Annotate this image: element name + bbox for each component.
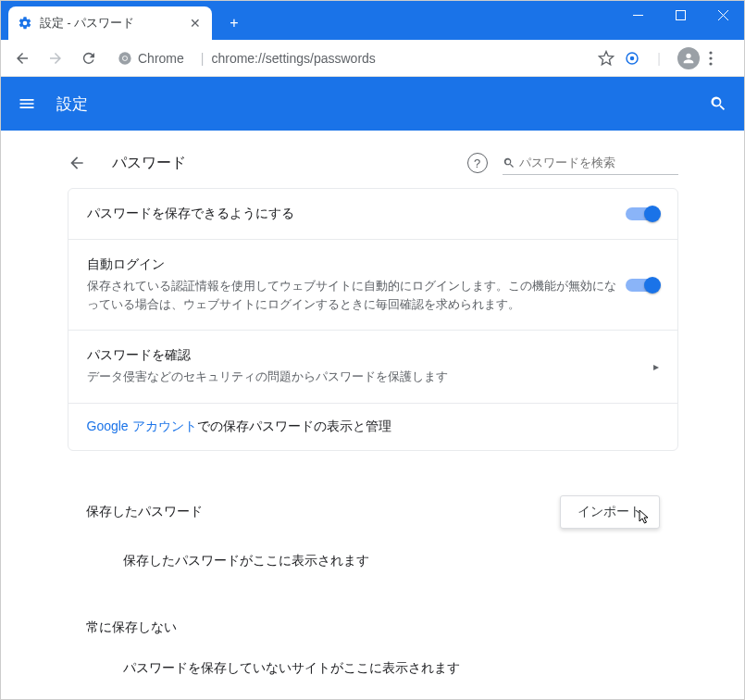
svg-point-8	[630, 56, 635, 60]
google-account-link[interactable]: Google アカウント	[87, 419, 197, 433]
url-text: chrome://settings/passwords	[211, 51, 375, 66]
check-passwords-label: パスワードを確認	[87, 347, 653, 364]
password-search-input[interactable]	[515, 153, 678, 172]
svg-rect-1	[676, 10, 685, 19]
gear-icon	[18, 16, 32, 31]
bookmark-star-icon[interactable]	[598, 50, 615, 67]
forward-button[interactable]	[42, 44, 69, 72]
chevron-right-icon: ▸	[653, 360, 659, 373]
import-button-label: インポート	[577, 504, 642, 520]
page-title: パスワード	[112, 154, 186, 173]
offer-save-label: パスワードを保存できるようにする	[87, 206, 626, 222]
svg-rect-0	[633, 15, 643, 16]
minimize-button[interactable]	[616, 1, 659, 29]
google-account-link-row: Google アカウントでの保存パスワードの表示と管理	[68, 404, 677, 450]
check-passwords-row[interactable]: パスワードを確認 データ侵害などのセキュリティの問題からパスワードを保護します …	[68, 331, 677, 404]
reload-button[interactable]	[75, 44, 103, 72]
saved-passwords-empty: 保存したパスワードがここに表示されます	[68, 538, 678, 584]
tab-title: 設定 - パスワード	[40, 16, 180, 31]
auto-signin-row: 自動ログイン 保存されている認証情報を使用してウェブサイトに自動的にログインしま…	[68, 240, 677, 331]
close-window-button[interactable]	[702, 1, 744, 29]
new-tab-button[interactable]: +	[221, 15, 247, 31]
browser-tab[interactable]: 設定 - パスワード ✕	[8, 6, 212, 40]
help-icon[interactable]: ?	[467, 153, 488, 173]
cursor-icon	[639, 509, 653, 526]
chrome-icon: Chrome	[118, 51, 184, 66]
settings-header: 設定	[1, 77, 744, 131]
hamburger-menu-icon[interactable]	[18, 94, 40, 113]
svg-point-9	[709, 51, 712, 54]
url-scheme: Chrome	[138, 51, 184, 66]
offer-save-toggle[interactable]	[626, 207, 659, 220]
settings-title: 設定	[56, 94, 88, 115]
offer-save-passwords-row: パスワードを保存できるようにする	[68, 189, 677, 240]
auto-signin-sub: 保存されている認証情報を使用してウェブサイトに自動的にログインします。この機能が…	[87, 277, 626, 313]
browser-toolbar: Chrome | chrome://settings/passwords |	[1, 40, 744, 77]
auto-signin-toggle[interactable]	[626, 279, 659, 292]
back-button[interactable]	[8, 44, 36, 72]
google-account-suffix: での保存パスワードの表示と管理	[197, 419, 391, 433]
check-passwords-sub: データ侵害などのセキュリティの問題からパスワードを保護します	[87, 368, 653, 386]
auto-signin-label: 自動ログイン	[87, 256, 626, 273]
import-button[interactable]: インポート	[560, 495, 660, 529]
maximize-button[interactable]	[659, 1, 702, 29]
svg-point-6	[123, 56, 127, 60]
page-back-button[interactable]	[68, 154, 105, 172]
search-icon	[503, 156, 515, 170]
extension-icon[interactable]	[624, 50, 640, 67]
settings-search-icon[interactable]	[709, 94, 727, 113]
kebab-menu-icon[interactable]	[709, 51, 727, 66]
password-search-field[interactable]	[503, 151, 678, 175]
address-bar[interactable]: Chrome | chrome://settings/passwords |	[108, 44, 737, 72]
close-tab-icon[interactable]: ✕	[190, 16, 201, 31]
saved-passwords-heading: 保存したパスワード	[86, 504, 203, 520]
svg-point-10	[709, 56, 712, 59]
svg-point-11	[709, 62, 712, 65]
profile-avatar[interactable]	[677, 47, 700, 69]
never-save-empty: パスワードを保存していないサイトがここに表示されます	[68, 645, 678, 692]
never-save-heading: 常に保存しない	[86, 619, 177, 636]
